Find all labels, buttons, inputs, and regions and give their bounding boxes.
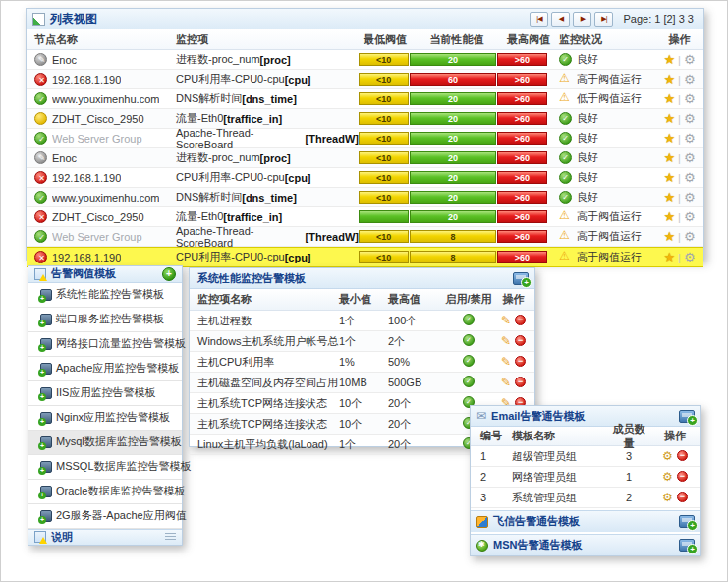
add-fetion-template-icon[interactable]: [679, 515, 695, 528]
pager-next-button[interactable]: ▶: [573, 12, 591, 27]
delete-icon[interactable]: [677, 471, 688, 482]
template-list-item[interactable]: 2G服务器-Apache应用阀值: [28, 504, 182, 529]
settings-gear-icon[interactable]: ⚙: [684, 111, 696, 126]
monitor-row[interactable]: Web Server Group Apache-Thread-ScoreBoar…: [27, 129, 703, 148]
template-item-label: 系统性能监控告警模板: [56, 287, 164, 302]
template-list-item[interactable]: 系统性能监控告警模板: [28, 283, 182, 308]
monitor-item: DNS解析时间[dns_time]: [176, 190, 359, 204]
delete-icon[interactable]: [515, 315, 526, 325]
template-list-item[interactable]: 网络接口流量监控告警模板: [28, 332, 182, 357]
settings-gear-icon[interactable]: ⚙: [684, 72, 696, 87]
settings-gear-icon[interactable]: ⚙: [684, 229, 696, 244]
template-list-item[interactable]: IIS应用监控告警模板: [28, 381, 182, 406]
template-item-label: Mysql数据库监控告警模板: [56, 435, 182, 449]
pager-prev-button[interactable]: ◀: [551, 12, 570, 27]
delete-icon[interactable]: [515, 377, 526, 387]
favorite-star-icon[interactable]: ★: [663, 91, 675, 106]
email-template-title: Email告警通告模板: [491, 409, 585, 424]
max-threshold-segment: >60: [497, 151, 547, 164]
enabled-toggle-icon[interactable]: [463, 334, 475, 346]
settings-gear-icon[interactable]: ⚙: [684, 150, 696, 165]
template-list-item[interactable]: Oracle数据库监控告警模板: [28, 480, 182, 504]
enabled-toggle-icon[interactable]: [463, 376, 475, 387]
settings-gear-icon[interactable]: ⚙: [684, 131, 696, 146]
template-item-label: Apache应用监控告警模板: [56, 361, 179, 376]
delete-icon[interactable]: [677, 492, 688, 502]
template-item-icon: [40, 289, 52, 301]
favorite-star-icon[interactable]: ★: [663, 190, 675, 204]
edit-icon[interactable]: ✎: [501, 376, 511, 389]
msn-template-bar[interactable]: MSN告警通告模板: [471, 534, 700, 555]
settings-gear-icon[interactable]: ⚙: [684, 52, 696, 67]
column-operations: 操作: [655, 32, 703, 47]
monitor-row[interactable]: Web Server Group Apache-Thread-ScoreBoar…: [27, 227, 703, 247]
fetion-template-bar[interactable]: 飞信告警通告模板: [471, 510, 700, 532]
add-msn-template-icon[interactable]: [679, 539, 695, 552]
settings-gear-icon[interactable]: ⚙: [684, 250, 696, 264]
template-list-item[interactable]: MSSQL数据库监控告警模板: [28, 455, 182, 480]
notes-bar[interactable]: 说明: [28, 529, 182, 546]
settings-gear-icon[interactable]: ⚙: [684, 91, 696, 106]
node-state-icon: [34, 191, 47, 204]
configure-icon[interactable]: ⚙: [662, 449, 673, 463]
settings-gear-icon[interactable]: ⚙: [684, 170, 696, 185]
monitor-item-key: [cpu]: [285, 252, 311, 263]
configure-icon[interactable]: ⚙: [662, 491, 673, 504]
favorite-star-icon[interactable]: ★: [663, 72, 675, 87]
monitor-row[interactable]: 192.168.1.190 CPU利用率-CPU0-cpu[cpu] <10 2…: [27, 168, 703, 188]
monitor-row[interactable]: Enoc 进程数-proc_num[proc] <10 20 >60: [27, 148, 703, 168]
settings-gear-icon[interactable]: ⚙: [684, 190, 696, 204]
favorite-star-icon[interactable]: ★: [663, 229, 675, 244]
node-name: ZDHT_Cisco_2950: [52, 113, 144, 125]
edit-icon[interactable]: ✎: [501, 314, 511, 327]
monitor-item-key: [dns_time]: [242, 192, 297, 204]
settings-gear-icon[interactable]: ⚙: [684, 209, 696, 224]
template-item-label: IIS应用监控告警模板: [56, 385, 155, 400]
favorite-star-icon[interactable]: ★: [663, 209, 675, 224]
monitor-row[interactable]: 192.168.1.190 CPU利用率-CPU0-cpu[cpu] <10 8…: [27, 247, 703, 267]
add-threshold-template-button[interactable]: +: [162, 267, 176, 281]
threshold-template-title: 告警阀值模板: [51, 266, 116, 281]
template-list-item[interactable]: 端口服务监控告警模板: [28, 308, 182, 332]
template-name: 网络管理员组: [506, 470, 608, 485]
perf-template-title: 系统性能监控告警模板: [197, 271, 306, 286]
node-state-icon: [34, 210, 47, 223]
favorite-star-icon[interactable]: ★: [663, 111, 675, 126]
pager-first-button[interactable]: |◀: [530, 12, 548, 27]
template-list-item[interactable]: Nginx应用监控告警模板: [28, 406, 182, 431]
delete-icon[interactable]: [677, 450, 688, 461]
min-threshold-segment: <10: [359, 230, 409, 243]
template-list-item[interactable]: Apache应用监控告警模板: [28, 357, 182, 381]
monitor-row[interactable]: www.youximenhu.com DNS解析时间[dns_time] <10…: [27, 188, 703, 207]
enabled-toggle-icon[interactable]: [463, 355, 475, 367]
status-text: 良好: [577, 150, 598, 165]
delete-icon[interactable]: [515, 356, 526, 367]
monitor-row[interactable]: ZDHT_Cisco_2950 流量-Eth0[traffice_in] 20 …: [27, 207, 703, 227]
monitor-row[interactable]: ZDHT_Cisco_2950 流量-Eth0[traffice_in] <10…: [27, 109, 703, 129]
list-view-rows: Enoc 进程数-proc_num[proc] <10 20 >60: [27, 50, 703, 267]
status-icon: [559, 251, 572, 263]
favorite-star-icon[interactable]: ★: [663, 131, 675, 146]
configure-icon[interactable]: ⚙: [662, 470, 673, 484]
node-state-icon: [34, 230, 47, 243]
ops-divider: |: [678, 211, 681, 223]
status-icon: [559, 132, 572, 145]
delete-icon[interactable]: [515, 335, 526, 346]
template-list-item[interactable]: Mysql数据库监控告警模板: [28, 431, 182, 455]
favorite-star-icon[interactable]: ★: [663, 150, 675, 165]
favorite-star-icon[interactable]: ★: [663, 52, 675, 67]
add-monitor-item-icon[interactable]: [513, 272, 529, 285]
monitor-row[interactable]: Enoc 进程数-proc_num[proc] <10 20 >60: [27, 50, 703, 70]
monitor-row[interactable]: www.youximenhu.com DNS解析时间[dns_time] <10…: [27, 89, 703, 109]
app-window: 列表视图 |◀ ◀ ▶ ▶| Page: 1 [2] 3 3 节点名称 监控项 …: [0, 0, 728, 582]
template-number: 3: [471, 492, 506, 503]
favorite-star-icon[interactable]: ★: [663, 250, 675, 264]
edit-icon[interactable]: ✎: [501, 355, 511, 369]
template-name: 系统管理员组: [506, 491, 608, 505]
add-email-template-icon[interactable]: [679, 410, 695, 423]
edit-icon[interactable]: ✎: [501, 334, 511, 348]
enabled-toggle-icon[interactable]: [463, 314, 475, 325]
favorite-star-icon[interactable]: ★: [663, 170, 675, 185]
pager-last-button[interactable]: ▶|: [594, 12, 613, 27]
monitor-row[interactable]: 192.168.1.190 CPU利用率-CPU0-cpu[cpu] <10 6…: [27, 70, 703, 89]
